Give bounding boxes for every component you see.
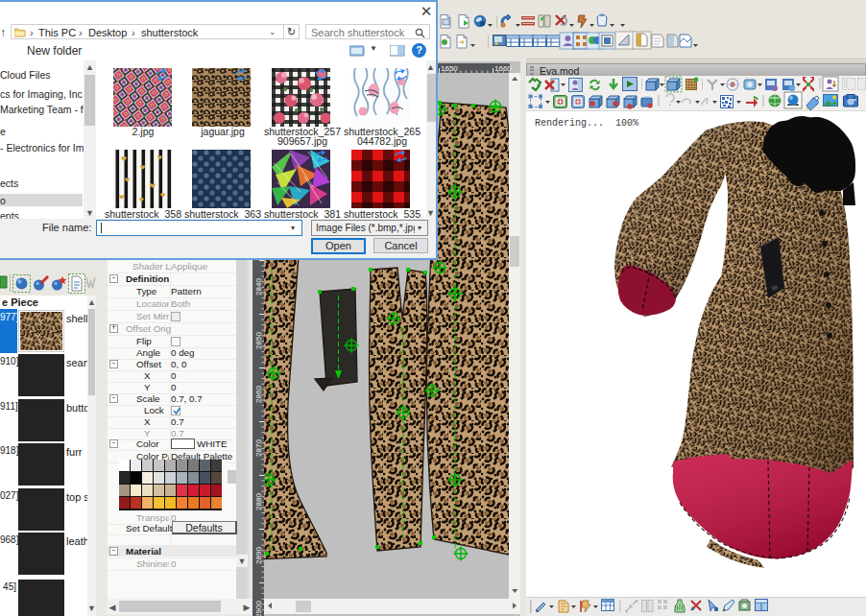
svg-text:2900: 2900	[254, 601, 263, 616]
